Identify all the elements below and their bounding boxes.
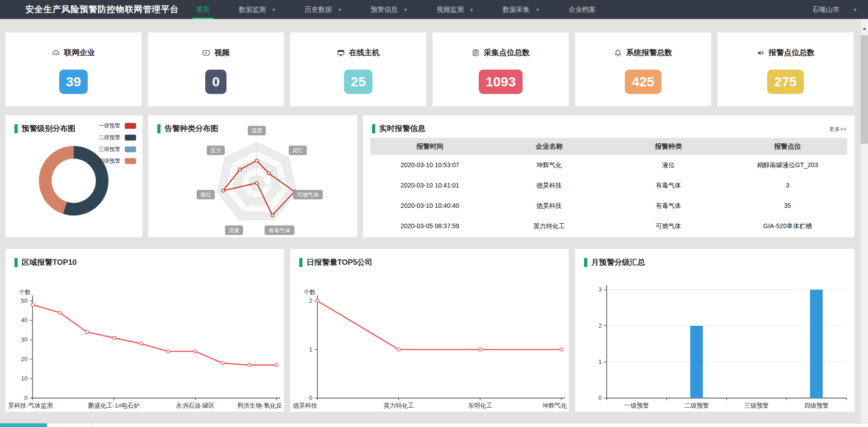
legend-item[interactable]: 一级预警 bbox=[99, 122, 136, 130]
stat-card-videos: 视频 0 bbox=[148, 33, 284, 106]
svg-text:1: 1 bbox=[309, 346, 312, 353]
warning-level-panel: 预警级别分布图 一级预警 二级预警 三级预警 四级预警 bbox=[5, 115, 142, 237]
legend-swatch bbox=[125, 158, 136, 164]
svg-text:鹏盛化工-1#电石炉: 鹏盛化工-1#电石炉 bbox=[88, 402, 140, 409]
panel-title: 日报警量TOP5公司 bbox=[307, 257, 373, 267]
legend-item[interactable]: 三级预警 bbox=[99, 145, 136, 153]
legend-swatch bbox=[125, 146, 136, 152]
stat-card-system-alarms: 系统报警总数 425 bbox=[575, 33, 711, 106]
svg-text:坤辉气化: 坤辉气化 bbox=[542, 402, 567, 409]
divider bbox=[93, 423, 93, 427]
chevron-down-icon: ▼ bbox=[404, 0, 408, 19]
nav-item-data-collect[interactable]: 数据采集▼ bbox=[503, 0, 540, 19]
svg-text:东明化工: 东明化工 bbox=[468, 402, 492, 409]
section-marker bbox=[584, 258, 587, 267]
stat-value-badge: 25 bbox=[344, 70, 373, 94]
svg-text:个数: 个数 bbox=[19, 289, 31, 296]
svg-text:荆洪生物-氧化反: 荆洪生物-氧化反 bbox=[237, 402, 282, 409]
table-row[interactable]: 2020-03-05 08:37:59 英力特化工 可燃气体 GIA-520单体… bbox=[370, 216, 847, 236]
chevron-down-icon: ▼ bbox=[536, 0, 540, 19]
svg-text:个数: 个数 bbox=[304, 289, 316, 296]
table-row[interactable]: 2020-03-10 10:40:40 德昊科技 有毒气体 35 bbox=[370, 196, 847, 216]
monitor-icon bbox=[337, 49, 345, 57]
nav-item-video-monitor[interactable]: 视频监测▼ bbox=[437, 0, 474, 19]
stat-label: 联网企业 bbox=[64, 47, 95, 58]
clipboard-icon bbox=[472, 49, 480, 57]
stat-value-badge: 39 bbox=[59, 70, 88, 94]
svg-text:永润石油-罐区: 永润石油-罐区 bbox=[175, 402, 215, 409]
panel-title: 区域报警TOP10 bbox=[22, 257, 77, 267]
speaker-icon bbox=[756, 49, 764, 57]
svg-text:有毒气体: 有毒气体 bbox=[268, 227, 290, 234]
monthly-warning-bar-chart[interactable]: 0123一级预警二级预警三级预警四级预警 bbox=[575, 272, 854, 412]
top-navbar: 安全生产风险预警防控物联网管理平台 首页 数据监测▼ 历史数据▼ 预警信息▼ 视… bbox=[0, 0, 868, 19]
nav-item-enterprise-archive[interactable]: 企业档案 bbox=[569, 0, 596, 19]
svg-text:2: 2 bbox=[309, 297, 312, 304]
nav-item-home[interactable]: 首页 bbox=[196, 0, 210, 19]
alarm-type-panel: 温度其它可燃气体有毒气体流量液位压力 告警种类分布图 bbox=[148, 115, 357, 237]
column-header: 报警种类 bbox=[609, 138, 728, 155]
daily-top5-line-chart[interactable]: 个数012德昊科技英力特化工东明化工坤辉气化 bbox=[290, 272, 569, 412]
stat-value-badge: 0 bbox=[205, 70, 226, 94]
legend-item[interactable]: 二级预警 bbox=[99, 134, 136, 141]
legend-swatch bbox=[125, 123, 136, 129]
bottom-strip bbox=[0, 423, 868, 427]
svg-text:其它: 其它 bbox=[292, 147, 303, 154]
table-row[interactable]: 2020-03-10 10:41:01 德昊科技 有毒气体 3 bbox=[370, 175, 847, 196]
svg-text:10: 10 bbox=[21, 375, 28, 382]
monthly-warning-panel: 月预警分级汇总 0123一级预警二级预警三级预警四级预警 bbox=[575, 249, 854, 412]
stat-value-badge: 425 bbox=[625, 70, 661, 94]
svg-text:0: 0 bbox=[599, 394, 602, 401]
section-marker bbox=[299, 258, 302, 267]
svg-text:可燃气体: 可燃气体 bbox=[297, 192, 319, 198]
svg-text:2: 2 bbox=[599, 322, 602, 329]
svg-text:一级预警: 一级预警 bbox=[624, 402, 649, 409]
taskbar-accent bbox=[0, 423, 47, 427]
nav-menu: 首页 数据监测▼ 历史数据▼ 预警信息▼ 视频监测▼ 数据采集▼ 企业档案 bbox=[196, 0, 625, 19]
svg-text:温度: 温度 bbox=[251, 127, 262, 134]
table-row[interactable]: 2020-03-10 10:53:07 坤辉气化 液位 精醇南罐液位GT_203 bbox=[370, 155, 847, 175]
section-marker bbox=[14, 124, 18, 133]
svg-text:20: 20 bbox=[21, 356, 28, 362]
scroll-up-icon[interactable] bbox=[861, 25, 868, 33]
nav-item-data-monitor[interactable]: 数据监测▼ bbox=[239, 0, 276, 19]
region-top10-panel: 区域报警TOP10 个数01020304050昊科技-气体监测鹏盛化工-1#电石… bbox=[5, 249, 284, 412]
stat-label: 采集点位总数 bbox=[484, 47, 530, 58]
cloud-link-icon bbox=[52, 49, 60, 57]
nav-item-warning-info[interactable]: 预警信息▼ bbox=[371, 0, 408, 19]
region-top10-line-chart[interactable]: 个数01020304050昊科技-气体监测鹏盛化工-1#电石炉永润石油-罐区荆洪… bbox=[5, 272, 284, 412]
svg-text:0: 0 bbox=[24, 394, 28, 401]
section-marker bbox=[372, 124, 375, 133]
legend-swatch bbox=[125, 135, 136, 141]
alarm-table: 报警时间 企业名称 报警种类 报警点位 2020-03-10 10:53:07 … bbox=[370, 138, 847, 236]
column-header: 报警时间 bbox=[370, 138, 490, 155]
app-title: 安全生产风险预警防控物联网管理平台 bbox=[25, 0, 179, 19]
legend-item[interactable]: 四级预警 bbox=[99, 157, 136, 165]
svg-text:50: 50 bbox=[21, 297, 28, 304]
stat-label: 报警点位总数 bbox=[769, 47, 815, 58]
stat-card-online-hosts: 在线主机 25 bbox=[290, 33, 426, 106]
svg-text:四级预警: 四级预警 bbox=[804, 402, 829, 409]
svg-text:3: 3 bbox=[599, 286, 602, 293]
svg-text:压力: 压力 bbox=[210, 147, 221, 154]
svg-text:1: 1 bbox=[599, 358, 602, 365]
svg-text:二级预警: 二级预警 bbox=[684, 402, 709, 409]
svg-text:德昊科技: 德昊科技 bbox=[293, 402, 317, 409]
stat-label: 在线主机 bbox=[349, 47, 380, 58]
panel-title: 实时报警信息 bbox=[379, 123, 425, 134]
stat-label: 系统报警总数 bbox=[626, 47, 672, 58]
nav-item-history-data[interactable]: 历史数据▼ bbox=[305, 0, 342, 19]
region-selector[interactable]: 石嘴山市▼ bbox=[812, 0, 857, 19]
stat-value-badge: 275 bbox=[767, 70, 803, 94]
svg-text:三级预警: 三级预警 bbox=[744, 402, 769, 409]
panel-title: 预警级别分布图 bbox=[22, 123, 75, 134]
daily-top5-panel: 日报警量TOP5公司 个数012德昊科技英力特化工东明化工坤辉气化 bbox=[290, 249, 569, 412]
section-marker bbox=[157, 124, 160, 133]
donut-legend: 一级预警 二级预警 三级预警 四级预警 bbox=[99, 122, 136, 169]
stat-value-badge: 1093 bbox=[479, 70, 523, 94]
column-header: 企业名称 bbox=[490, 138, 609, 155]
scrollbar-thumb[interactable] bbox=[861, 35, 868, 144]
vertical-scrollbar[interactable] bbox=[860, 19, 868, 427]
more-link[interactable]: 更多>> bbox=[829, 126, 846, 133]
column-header: 报警点位 bbox=[728, 138, 847, 155]
